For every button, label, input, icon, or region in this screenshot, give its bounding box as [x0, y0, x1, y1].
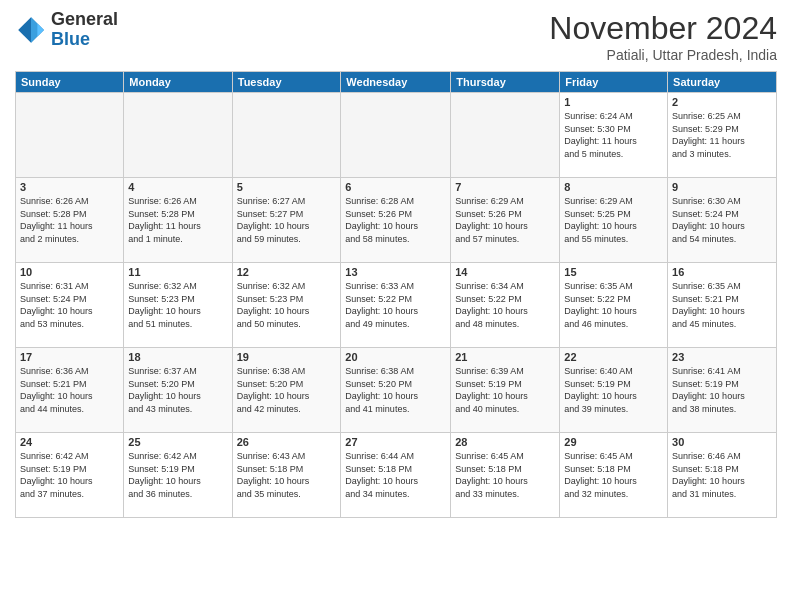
day-info: Sunrise: 6:36 AM Sunset: 5:21 PM Dayligh… [20, 365, 119, 415]
weekday-header-wednesday: Wednesday [341, 72, 451, 93]
day-number: 17 [20, 351, 119, 363]
day-number: 27 [345, 436, 446, 448]
day-number: 25 [128, 436, 227, 448]
day-number: 5 [237, 181, 337, 193]
day-number: 14 [455, 266, 555, 278]
day-number: 12 [237, 266, 337, 278]
day-number: 2 [672, 96, 772, 108]
day-info: Sunrise: 6:31 AM Sunset: 5:24 PM Dayligh… [20, 280, 119, 330]
day-info: Sunrise: 6:42 AM Sunset: 5:19 PM Dayligh… [128, 450, 227, 500]
svg-marker-2 [37, 23, 43, 36]
calendar-cell: 20Sunrise: 6:38 AM Sunset: 5:20 PM Dayli… [341, 348, 451, 433]
logo-text: General Blue [51, 10, 118, 50]
calendar-cell: 9Sunrise: 6:30 AM Sunset: 5:24 PM Daylig… [668, 178, 777, 263]
calendar-cell [451, 93, 560, 178]
day-info: Sunrise: 6:30 AM Sunset: 5:24 PM Dayligh… [672, 195, 772, 245]
day-number: 3 [20, 181, 119, 193]
day-number: 28 [455, 436, 555, 448]
calendar-cell: 30Sunrise: 6:46 AM Sunset: 5:18 PM Dayli… [668, 433, 777, 518]
day-number: 23 [672, 351, 772, 363]
day-info: Sunrise: 6:32 AM Sunset: 5:23 PM Dayligh… [128, 280, 227, 330]
day-number: 10 [20, 266, 119, 278]
day-number: 19 [237, 351, 337, 363]
calendar-cell: 16Sunrise: 6:35 AM Sunset: 5:21 PM Dayli… [668, 263, 777, 348]
calendar-cell: 7Sunrise: 6:29 AM Sunset: 5:26 PM Daylig… [451, 178, 560, 263]
calendar-week-3: 10Sunrise: 6:31 AM Sunset: 5:24 PM Dayli… [16, 263, 777, 348]
day-number: 6 [345, 181, 446, 193]
day-number: 15 [564, 266, 663, 278]
calendar-cell: 11Sunrise: 6:32 AM Sunset: 5:23 PM Dayli… [124, 263, 232, 348]
day-number: 4 [128, 181, 227, 193]
calendar-cell: 17Sunrise: 6:36 AM Sunset: 5:21 PM Dayli… [16, 348, 124, 433]
calendar-week-1: 1Sunrise: 6:24 AM Sunset: 5:30 PM Daylig… [16, 93, 777, 178]
calendar-cell: 4Sunrise: 6:26 AM Sunset: 5:28 PM Daylig… [124, 178, 232, 263]
calendar-cell: 28Sunrise: 6:45 AM Sunset: 5:18 PM Dayli… [451, 433, 560, 518]
calendar-cell: 8Sunrise: 6:29 AM Sunset: 5:25 PM Daylig… [560, 178, 668, 263]
calendar-cell: 3Sunrise: 6:26 AM Sunset: 5:28 PM Daylig… [16, 178, 124, 263]
calendar-cell: 18Sunrise: 6:37 AM Sunset: 5:20 PM Dayli… [124, 348, 232, 433]
day-info: Sunrise: 6:26 AM Sunset: 5:28 PM Dayligh… [128, 195, 227, 245]
day-info: Sunrise: 6:32 AM Sunset: 5:23 PM Dayligh… [237, 280, 337, 330]
weekday-header-thursday: Thursday [451, 72, 560, 93]
day-info: Sunrise: 6:41 AM Sunset: 5:19 PM Dayligh… [672, 365, 772, 415]
day-number: 1 [564, 96, 663, 108]
day-info: Sunrise: 6:29 AM Sunset: 5:25 PM Dayligh… [564, 195, 663, 245]
day-info: Sunrise: 6:46 AM Sunset: 5:18 PM Dayligh… [672, 450, 772, 500]
calendar-cell: 12Sunrise: 6:32 AM Sunset: 5:23 PM Dayli… [232, 263, 341, 348]
day-info: Sunrise: 6:38 AM Sunset: 5:20 PM Dayligh… [345, 365, 446, 415]
day-info: Sunrise: 6:45 AM Sunset: 5:18 PM Dayligh… [455, 450, 555, 500]
calendar-cell: 21Sunrise: 6:39 AM Sunset: 5:19 PM Dayli… [451, 348, 560, 433]
day-info: Sunrise: 6:45 AM Sunset: 5:18 PM Dayligh… [564, 450, 663, 500]
day-info: Sunrise: 6:33 AM Sunset: 5:22 PM Dayligh… [345, 280, 446, 330]
calendar-table: SundayMondayTuesdayWednesdayThursdayFrid… [15, 71, 777, 518]
day-number: 18 [128, 351, 227, 363]
calendar-cell: 5Sunrise: 6:27 AM Sunset: 5:27 PM Daylig… [232, 178, 341, 263]
calendar-cell: 29Sunrise: 6:45 AM Sunset: 5:18 PM Dayli… [560, 433, 668, 518]
day-number: 8 [564, 181, 663, 193]
day-number: 11 [128, 266, 227, 278]
calendar-cell: 22Sunrise: 6:40 AM Sunset: 5:19 PM Dayli… [560, 348, 668, 433]
calendar-cell: 13Sunrise: 6:33 AM Sunset: 5:22 PM Dayli… [341, 263, 451, 348]
day-info: Sunrise: 6:35 AM Sunset: 5:22 PM Dayligh… [564, 280, 663, 330]
logo-icon [15, 14, 47, 46]
day-info: Sunrise: 6:43 AM Sunset: 5:18 PM Dayligh… [237, 450, 337, 500]
weekday-header-tuesday: Tuesday [232, 72, 341, 93]
day-info: Sunrise: 6:35 AM Sunset: 5:21 PM Dayligh… [672, 280, 772, 330]
day-info: Sunrise: 6:24 AM Sunset: 5:30 PM Dayligh… [564, 110, 663, 160]
calendar-week-4: 17Sunrise: 6:36 AM Sunset: 5:21 PM Dayli… [16, 348, 777, 433]
calendar-cell: 19Sunrise: 6:38 AM Sunset: 5:20 PM Dayli… [232, 348, 341, 433]
calendar-cell: 1Sunrise: 6:24 AM Sunset: 5:30 PM Daylig… [560, 93, 668, 178]
calendar-cell: 27Sunrise: 6:44 AM Sunset: 5:18 PM Dayli… [341, 433, 451, 518]
day-number: 21 [455, 351, 555, 363]
day-info: Sunrise: 6:25 AM Sunset: 5:29 PM Dayligh… [672, 110, 772, 160]
calendar-cell: 25Sunrise: 6:42 AM Sunset: 5:19 PM Dayli… [124, 433, 232, 518]
location-subtitle: Patiali, Uttar Pradesh, India [549, 47, 777, 63]
day-info: Sunrise: 6:28 AM Sunset: 5:26 PM Dayligh… [345, 195, 446, 245]
day-info: Sunrise: 6:27 AM Sunset: 5:27 PM Dayligh… [237, 195, 337, 245]
calendar-week-2: 3Sunrise: 6:26 AM Sunset: 5:28 PM Daylig… [16, 178, 777, 263]
calendar-cell: 14Sunrise: 6:34 AM Sunset: 5:22 PM Dayli… [451, 263, 560, 348]
weekday-header-saturday: Saturday [668, 72, 777, 93]
logo-blue: Blue [51, 30, 118, 50]
day-number: 22 [564, 351, 663, 363]
day-info: Sunrise: 6:26 AM Sunset: 5:28 PM Dayligh… [20, 195, 119, 245]
day-info: Sunrise: 6:39 AM Sunset: 5:19 PM Dayligh… [455, 365, 555, 415]
day-number: 16 [672, 266, 772, 278]
month-title: November 2024 [549, 10, 777, 47]
day-number: 7 [455, 181, 555, 193]
day-info: Sunrise: 6:40 AM Sunset: 5:19 PM Dayligh… [564, 365, 663, 415]
calendar-week-5: 24Sunrise: 6:42 AM Sunset: 5:19 PM Dayli… [16, 433, 777, 518]
header: General Blue November 2024 Patiali, Utta… [15, 10, 777, 63]
calendar-cell [341, 93, 451, 178]
logo: General Blue [15, 10, 118, 50]
calendar-cell: 6Sunrise: 6:28 AM Sunset: 5:26 PM Daylig… [341, 178, 451, 263]
calendar-cell: 10Sunrise: 6:31 AM Sunset: 5:24 PM Dayli… [16, 263, 124, 348]
page: General Blue November 2024 Patiali, Utta… [0, 0, 792, 612]
calendar-cell: 15Sunrise: 6:35 AM Sunset: 5:22 PM Dayli… [560, 263, 668, 348]
calendar-cell [232, 93, 341, 178]
day-info: Sunrise: 6:42 AM Sunset: 5:19 PM Dayligh… [20, 450, 119, 500]
day-info: Sunrise: 6:44 AM Sunset: 5:18 PM Dayligh… [345, 450, 446, 500]
day-number: 26 [237, 436, 337, 448]
day-number: 30 [672, 436, 772, 448]
day-number: 24 [20, 436, 119, 448]
